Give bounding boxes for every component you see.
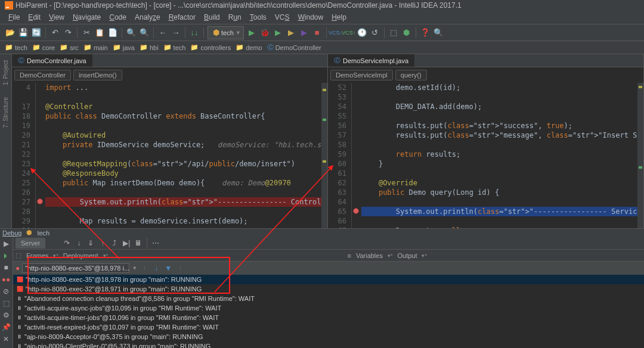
project-tool[interactable]: 1: Project xyxy=(2,60,9,85)
thread-item[interactable]: 🟥"http-nio-8080-exec-35"@18,978 in group… xyxy=(13,275,644,284)
thread-item[interactable]: ⏸"ajp-nio-8009-ClientPoller-0"@5,373 in … xyxy=(13,341,644,348)
undo-icon[interactable]: ↶ xyxy=(49,27,60,38)
replace-icon[interactable]: 🔍 xyxy=(139,27,150,38)
thread-list[interactable]: 🟥"http-nio-8080-exec-35"@18,978 in group… xyxy=(13,275,644,348)
thread-item[interactable]: ⏸"ajp-nio-8009-Acceptor-0"@5,375 in grou… xyxy=(13,332,644,341)
jrebel-icon[interactable]: ⬢ xyxy=(401,27,412,38)
gutter-left[interactable]: 417181920212223242526272829303132 xyxy=(12,83,36,228)
menu-run[interactable]: Run xyxy=(225,12,245,23)
structure-tool[interactable]: 7: Structure xyxy=(2,97,9,128)
stop-debug-icon[interactable]: ■ xyxy=(1,263,11,272)
class-pill-r[interactable]: DemoServiceImpl xyxy=(330,70,393,80)
debug-icon[interactable]: 🐞 xyxy=(259,27,270,38)
restore-layout-icon[interactable]: ⬚ xyxy=(1,299,11,308)
crumb-demo[interactable]: 📁demo xyxy=(236,44,262,51)
breakpoint-icon[interactable] xyxy=(37,198,43,204)
crumb-class[interactable]: ⒸDemoController xyxy=(267,43,321,52)
mute-breakpoints-icon[interactable]: ⊘ xyxy=(1,287,11,296)
filter-icon[interactable]: ▼ xyxy=(163,263,173,273)
next-frame-icon[interactable]: ↓ xyxy=(151,263,161,273)
menu-edit[interactable]: Edit xyxy=(24,12,44,23)
build-icon[interactable]: ↓↓ xyxy=(189,27,200,38)
code-lines-left[interactable]: import ...@Controllerpublic class DemoCo… xyxy=(43,83,321,228)
crumb-java[interactable]: 📁java xyxy=(113,44,135,51)
crumb-hbi[interactable]: 📁hbi xyxy=(140,44,159,51)
rerun-icon[interactable]: ▶ xyxy=(1,239,11,248)
code-body-right[interactable]: 5253545556575859606162636465666768697071… xyxy=(328,83,643,228)
marker-strip-left[interactable] xyxy=(321,83,327,228)
pin-icon[interactable]: 📌 xyxy=(1,322,11,332)
vcs-commit-icon[interactable]: VCS↑ xyxy=(343,27,354,38)
crumb-core[interactable]: 📁core xyxy=(32,44,55,51)
variables-label[interactable]: Variables xyxy=(356,252,383,259)
run-config-selector[interactable]: ⬢ tech ▼ xyxy=(208,26,244,39)
method-pill-r[interactable]: query() xyxy=(395,70,427,80)
output-label[interactable]: Output xyxy=(397,252,417,259)
vcs-revert-icon[interactable]: ↺ xyxy=(370,27,380,38)
view-breakpoints-icon[interactable]: ●● xyxy=(1,275,11,284)
frames-label[interactable]: Frames xyxy=(26,252,48,259)
help-icon[interactable]: ❓ xyxy=(420,27,431,38)
drop-frame-icon[interactable]: ⤴ xyxy=(110,238,119,248)
vcs-update-icon[interactable]: VCS↓ xyxy=(330,27,341,38)
resume-icon[interactable]: ⏵ xyxy=(1,251,11,260)
close-icon[interactable]: ✕ xyxy=(1,334,11,344)
marker-strip-right[interactable] xyxy=(637,83,643,228)
thread-item[interactable]: ⏸"activiti-reset-expired-jobs"@10,097 in… xyxy=(13,322,644,332)
menu-view[interactable]: View xyxy=(45,12,68,23)
forward-icon[interactable]: → xyxy=(171,27,181,38)
crumb-src[interactable]: 📁src xyxy=(60,44,79,51)
step-over-icon[interactable]: ↷ xyxy=(62,238,72,248)
menu-tools[interactable]: Tools xyxy=(246,12,270,23)
crumb-tech[interactable]: 📁tech xyxy=(5,44,27,51)
thread-item[interactable]: ⏸"activiti-acquire-async-jobs"@10,095 in… xyxy=(13,303,644,313)
open-icon[interactable]: 📂 xyxy=(5,27,16,38)
menu-vcs[interactable]: VCS xyxy=(271,12,293,23)
stop-icon[interactable]: ■ xyxy=(312,27,323,38)
menu-window[interactable]: Window xyxy=(294,12,327,23)
prev-frame-icon[interactable]: ↑ xyxy=(140,263,149,273)
thread-selector[interactable]: "http-nio-8080-exec-35"@18,978 i... xyxy=(22,263,129,273)
attach-icon[interactable]: ▶ xyxy=(286,27,296,38)
thread-item[interactable]: 🟥"http-nio-8080-exec-32"@18,971 in group… xyxy=(13,284,644,294)
paste-icon[interactable]: 📄 xyxy=(107,27,118,38)
settings-icon[interactable]: ⚙ xyxy=(1,310,11,320)
debug-label[interactable]: Debug xyxy=(2,229,21,237)
crumb-main[interactable]: 📁main xyxy=(83,44,108,51)
profile-icon[interactable]: ▶ xyxy=(299,27,309,38)
method-pill[interactable]: insertDemo() xyxy=(73,70,122,80)
menu-help[interactable]: Help xyxy=(328,12,350,23)
menu-code[interactable]: Code xyxy=(106,12,130,23)
back-icon[interactable]: ← xyxy=(157,27,168,38)
menu-analyze[interactable]: Analyze xyxy=(131,12,164,23)
crumb-controllers[interactable]: 📁controllers xyxy=(190,44,231,51)
redo-icon[interactable]: ↷ xyxy=(63,27,73,38)
code-body-left[interactable]: 417181920212223242526272829303132 import… xyxy=(12,83,327,228)
step-into-icon[interactable]: ↓ xyxy=(74,238,83,248)
structure-icon[interactable]: ⬚ xyxy=(388,27,399,38)
sync-icon[interactable]: 🔄 xyxy=(31,27,42,38)
gutter-right[interactable]: 5253545556575859606162636465666768697071… xyxy=(328,83,352,228)
menu-build[interactable]: Build xyxy=(200,12,224,23)
copy-icon[interactable]: 📋 xyxy=(94,27,105,38)
tab-democontroller[interactable]: ⒸDemoController.java xyxy=(12,54,92,67)
crumb-tech2[interactable]: 📁tech xyxy=(163,44,186,51)
class-pill[interactable]: DemoController xyxy=(14,70,71,80)
thread-item[interactable]: ⏸"Abandoned connection cleanup thread"@8… xyxy=(13,294,644,303)
search-everywhere-icon[interactable]: 🔍 xyxy=(433,27,444,38)
tab-demoserviceimpl[interactable]: ⒸDemoServiceImpl.java xyxy=(328,54,414,67)
breakpoint-icon-r[interactable] xyxy=(353,208,359,214)
deployment-label[interactable]: Deployment xyxy=(63,252,98,259)
code-lines-right[interactable]: demo.setId(id); DEMO_DATA.add(demo); res… xyxy=(359,83,637,228)
evaluate-icon[interactable]: 🖩 xyxy=(134,238,143,248)
run-coverage-icon[interactable]: ▶ xyxy=(273,27,283,38)
server-tab[interactable]: Server xyxy=(16,238,45,248)
more-icon[interactable]: ⋯ xyxy=(151,238,160,248)
run-to-cursor-icon[interactable]: ▶| xyxy=(122,238,131,248)
step-out-icon[interactable]: ↑ xyxy=(98,238,107,248)
thread-item[interactable]: ⏸"activiti-acquire-timer-jobs"@10,096 in… xyxy=(13,313,644,322)
find-icon[interactable]: 🔍 xyxy=(126,27,137,38)
run-icon[interactable]: ▶ xyxy=(246,27,257,38)
cut-icon[interactable]: ✂ xyxy=(81,27,92,38)
vcs-history-icon[interactable]: 🕐 xyxy=(357,27,367,38)
